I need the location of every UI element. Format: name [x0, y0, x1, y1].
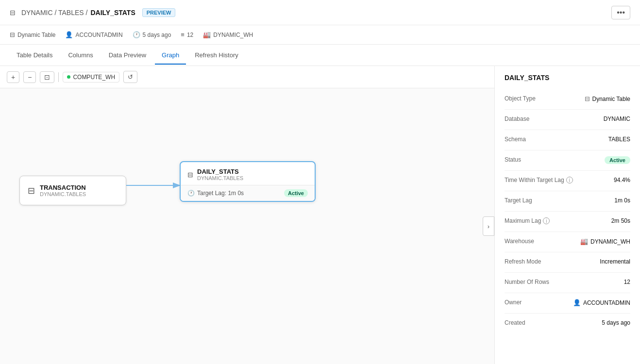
- panel-row-target-lag: Target Lag 1m 0s: [505, 191, 630, 212]
- warehouse-status-dot: [67, 75, 70, 79]
- panel-row-status: Status Active: [505, 150, 630, 171]
- breadcrumb: ⊟ DYNAMIC / TABLES / DAILY_STATS PREVIEW: [10, 8, 175, 17]
- more-button[interactable]: •••: [611, 6, 630, 19]
- preview-badge: PREVIEW: [142, 8, 176, 17]
- graph-toolbar: + − ⊡ COMPUTE_WH ↺: [0, 66, 494, 88]
- meta-owner-label: ACCOUNTADMIN: [75, 32, 122, 38]
- transaction-node-title: TRANSACTION: [40, 184, 86, 191]
- type-icon: ⊟: [10, 31, 15, 38]
- panel-value-maximum-lag: 2m 50s: [611, 217, 630, 224]
- panel-value-owner: 👤 ACCOUNTADMIN: [573, 299, 630, 306]
- panel-row-warehouse: Warehouse 🏭 DYNAMIC_WH: [505, 232, 630, 252]
- daily-stats-lag: 🕐 Target Lag: 1m 0s: [187, 190, 244, 197]
- panel-label-object-type: Object Type: [505, 95, 539, 102]
- tab-table-details[interactable]: Table Details: [10, 47, 59, 65]
- panel-value-time-within-target-lag: 94.4%: [614, 177, 630, 183]
- panel-value-status: Active: [605, 156, 630, 164]
- panel-row-object-type: Object Type ⊟ Dynamic Table: [505, 89, 630, 110]
- fit-button[interactable]: ⊡: [40, 71, 54, 83]
- warehouse-badge-label: COMPUTE_WH: [73, 74, 115, 81]
- panel-value-number-of-rows: 12: [624, 279, 630, 285]
- meta-created-label: 5 days ago: [143, 32, 171, 38]
- rows-icon: ≡: [181, 31, 185, 38]
- tab-refresh-history[interactable]: Refresh History: [188, 47, 245, 65]
- right-chevron-button[interactable]: ›: [483, 216, 494, 236]
- panel-value-created: 5 days ago: [602, 319, 630, 326]
- daily-stats-node-subtitle: DYNAMIC.TABLES: [197, 175, 243, 181]
- tab-graph[interactable]: Graph: [155, 47, 186, 65]
- daily-stats-info: DAILY_STATS DYNAMIC.TABLES: [197, 168, 243, 181]
- panel-label-refresh-mode: Refresh Mode: [505, 258, 545, 265]
- object-type-icon: ⊟: [585, 95, 590, 102]
- meta-item-owner: 👤 ACCOUNTADMIN: [65, 31, 122, 38]
- refresh-button[interactable]: ↺: [123, 71, 137, 83]
- meta-item-type: ⊟ Dynamic Table: [10, 31, 55, 38]
- chevron-right-icon: ›: [488, 223, 489, 230]
- panel-label-owner: Owner: [505, 299, 525, 306]
- panel-label-status: Status: [505, 156, 525, 163]
- panel-label-warehouse: Warehouse: [505, 238, 538, 245]
- owner-panel-icon: 👤: [573, 299, 581, 306]
- panel-row-schema: Schema TABLES: [505, 130, 630, 150]
- target-lag-label: Target Lag: 1m 0s: [197, 190, 244, 197]
- graph-canvas: ⊟ TRANSACTION DYNAMIC.TABLES ⊟: [0, 88, 494, 364]
- zoom-in-button[interactable]: +: [7, 71, 19, 83]
- meta-bar: ⊟ Dynamic Table 👤 ACCOUNTADMIN 🕐 5 days …: [0, 25, 640, 45]
- tab-data-preview[interactable]: Data Preview: [102, 47, 153, 65]
- table-icon: ⊟: [10, 9, 16, 17]
- meta-type-label: Dynamic Table: [17, 32, 55, 38]
- daily-stats-node-title: DAILY_STATS: [197, 168, 243, 175]
- tab-columns[interactable]: Columns: [61, 47, 100, 65]
- created-icon: 🕐: [133, 31, 140, 38]
- panel-value-database: DYNAMIC: [604, 116, 630, 122]
- panel-value-schema: TABLES: [608, 136, 630, 143]
- meta-rows-label: 12: [187, 32, 193, 38]
- breadcrumb-path-bold: DAILY_STATS: [90, 9, 135, 17]
- transaction-node-info: TRANSACTION DYNAMIC.TABLES: [40, 184, 86, 197]
- daily-stats-footer: 🕐 Target Lag: 1m 0s Active: [181, 185, 315, 201]
- daily-stats-node[interactable]: ⊟ DAILY_STATS DYNAMIC.TABLES 🕐 Target La…: [180, 161, 316, 202]
- main-content: + − ⊡ COMPUTE_WH ↺ ⊟ TRANSACTION DYNAMIC…: [0, 66, 640, 364]
- panel-row-database: Database DYNAMIC: [505, 110, 630, 130]
- panel-row-number-of-rows: Number Of Rows 12: [505, 273, 630, 293]
- time-within-lag-info-icon[interactable]: i: [566, 177, 573, 183]
- panel-value-object-type: ⊟ Dynamic Table: [585, 95, 630, 102]
- tab-bar: Table Details Columns Data Preview Graph…: [0, 45, 640, 66]
- transaction-node-subtitle: DYNAMIC.TABLES: [40, 191, 86, 197]
- panel-row-refresh-mode: Refresh Mode Incremental: [505, 252, 630, 273]
- warehouse-badge: COMPUTE_WH: [63, 72, 119, 83]
- transaction-node[interactable]: ⊟ TRANSACTION DYNAMIC.TABLES: [19, 176, 126, 205]
- daily-stats-header: ⊟ DAILY_STATS DYNAMIC.TABLES: [181, 162, 315, 185]
- panel-row-time-within-target-lag: Time Within Target Lag i 94.4%: [505, 171, 630, 191]
- panel-label-database: Database: [505, 116, 533, 122]
- breadcrumb-path-light: DYNAMIC / TABLES /: [21, 9, 87, 17]
- meta-item-created: 🕐 5 days ago: [133, 31, 171, 38]
- panel-label-created: Created: [505, 319, 529, 326]
- warehouse-panel-icon: 🏭: [580, 238, 588, 245]
- warehouse-meta-icon: 🏭: [203, 31, 211, 38]
- maximum-lag-info-icon[interactable]: i: [543, 217, 550, 224]
- top-bar: ⊟ DYNAMIC / TABLES / DAILY_STATS PREVIEW…: [0, 0, 640, 25]
- panel-value-target-lag: 1m 0s: [614, 197, 630, 204]
- daily-stats-node-icon: ⊟: [187, 171, 193, 179]
- target-lag-icon: 🕐: [187, 190, 195, 197]
- panel-row-maximum-lag: Maximum Lag i 2m 50s: [505, 212, 630, 232]
- toolbar-divider: [58, 72, 59, 82]
- panel-label-number-of-rows: Number Of Rows: [505, 279, 553, 285]
- graph-arrow: [126, 171, 185, 200]
- panel-row-owner: Owner 👤 ACCOUNTADMIN: [505, 293, 630, 314]
- meta-item-warehouse: 🏭 DYNAMIC_WH: [203, 31, 253, 38]
- meta-item-rows: ≡ 12: [181, 31, 193, 38]
- panel-label-schema: Schema: [505, 136, 530, 143]
- panel-label-time-within-target-lag: Time Within Target Lag i: [505, 177, 577, 183]
- panel-title: DAILY_STATS: [505, 74, 630, 82]
- panel-value-warehouse: 🏭 DYNAMIC_WH: [580, 238, 630, 245]
- zoom-out-button[interactable]: −: [23, 71, 36, 83]
- transaction-node-icon: ⊟: [28, 185, 35, 196]
- panel-value-refresh-mode: Incremental: [600, 258, 630, 265]
- graph-area: + − ⊡ COMPUTE_WH ↺ ⊟ TRANSACTION DYNAMIC…: [0, 66, 494, 364]
- meta-warehouse-label: DYNAMIC_WH: [213, 32, 253, 38]
- status-active-badge: Active: [605, 156, 630, 164]
- daily-stats-active-badge: Active: [284, 189, 308, 197]
- panel-row-created: Created 5 days ago: [505, 314, 630, 334]
